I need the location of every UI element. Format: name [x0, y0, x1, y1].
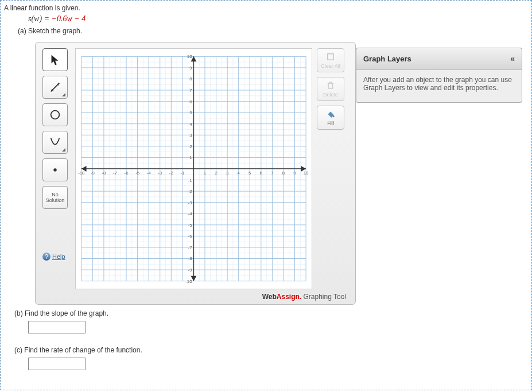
- svg-text:5: 5: [248, 170, 251, 176]
- svg-text:-1: -1: [180, 170, 184, 176]
- line-icon: [49, 81, 61, 94]
- svg-text:10: 10: [304, 170, 309, 176]
- graphing-tool-panel: No Solution ? Help: [35, 42, 356, 305]
- line-tool[interactable]: [42, 76, 68, 99]
- svg-text:-9: -9: [188, 267, 192, 273]
- svg-point-134: [333, 115, 335, 117]
- svg-text:4: 4: [189, 122, 192, 127]
- equation: s(w) = −0.6w − 4: [28, 14, 531, 24]
- equation-rhs: −0.6w − 4: [52, 14, 86, 23]
- help-link[interactable]: ? Help: [42, 253, 65, 261]
- graph-layers-body: After you add an object to the graph you…: [356, 69, 522, 103]
- svg-text:-10: -10: [185, 279, 192, 284]
- help-icon: ?: [42, 253, 51, 261]
- equation-lhs: s(w) =: [28, 14, 52, 23]
- svg-text:1: 1: [189, 155, 192, 160]
- svg-text:8: 8: [282, 170, 285, 176]
- clear-all-label: Clear All: [321, 63, 340, 69]
- rate-input[interactable]: [28, 358, 86, 370]
- no-solution-line1: No: [46, 192, 65, 197]
- graph-layers-title: Graph Layers: [363, 55, 411, 63]
- tool-column: No Solution ? Help: [42, 48, 73, 289]
- svg-text:-3: -3: [158, 170, 162, 176]
- svg-point-3: [51, 111, 60, 119]
- brand-assign: Assign.: [277, 293, 301, 301]
- fill-button[interactable]: Fill: [317, 106, 344, 130]
- svg-text:-1: -1: [188, 178, 192, 183]
- svg-text:2: 2: [215, 170, 217, 176]
- svg-text:-2: -2: [169, 170, 173, 176]
- pointer-tool[interactable]: [42, 48, 68, 71]
- svg-text:3: 3: [226, 170, 228, 176]
- svg-text:-5: -5: [188, 223, 193, 228]
- parabola-tool[interactable]: [42, 131, 68, 154]
- svg-text:-4: -4: [147, 170, 152, 176]
- svg-text:5: 5: [189, 110, 192, 115]
- graph-canvas[interactable]: -10-9-8-7-6-5-4-3-2-112345678910 1098765…: [75, 48, 312, 289]
- svg-text:-6: -6: [125, 170, 129, 176]
- side-button-column: Clear All Delete Fill: [317, 48, 348, 289]
- svg-text:7: 7: [189, 88, 192, 93]
- svg-text:4: 4: [238, 170, 240, 176]
- svg-text:-7: -7: [113, 170, 117, 176]
- clear-all-button[interactable]: Clear All: [317, 48, 344, 72]
- svg-text:-7: -7: [188, 245, 192, 250]
- svg-text:2: 2: [189, 144, 192, 149]
- graph-layers-header[interactable]: Graph Layers «: [356, 48, 522, 69]
- graph-layers-panel: Graph Layers « After you add an object t…: [356, 48, 522, 103]
- svg-text:-9: -9: [91, 170, 95, 176]
- delete-label: Delete: [323, 92, 338, 98]
- svg-text:-3: -3: [188, 200, 192, 205]
- svg-text:7: 7: [271, 170, 273, 176]
- problem-intro: A linear function is given.: [1, 1, 531, 14]
- graph-grid: -10-9-8-7-6-5-4-3-2-112345678910 1098765…: [76, 49, 312, 289]
- part-a-label: (a) Sketch the graph.: [14, 24, 531, 37]
- brand-tool: Graphing Tool: [301, 293, 346, 301]
- fill-label: Fill: [327, 121, 334, 126]
- brand-web: Web: [262, 293, 277, 301]
- svg-text:1: 1: [204, 170, 206, 176]
- svg-text:9: 9: [189, 65, 192, 71]
- svg-text:-4: -4: [188, 211, 193, 216]
- svg-text:8: 8: [189, 76, 192, 81]
- svg-text:-2: -2: [188, 189, 192, 194]
- circle-icon: [49, 108, 61, 121]
- point-tool[interactable]: [42, 158, 68, 181]
- part-b-label: (b) Find the slope of the graph.: [14, 309, 531, 317]
- svg-point-4: [53, 168, 57, 172]
- svg-text:-5: -5: [135, 170, 140, 176]
- svg-text:3: 3: [189, 133, 192, 138]
- no-solution-tool[interactable]: No Solution: [42, 186, 68, 209]
- trash-icon: [325, 80, 336, 91]
- svg-text:6: 6: [260, 170, 262, 176]
- part-c-label: (c) Find the rate of change of the funct…: [14, 346, 531, 354]
- no-solution-line2: Solution: [46, 197, 65, 203]
- parabola-icon: [49, 136, 61, 149]
- collapse-icon[interactable]: «: [510, 54, 515, 63]
- clear-all-icon: [325, 52, 336, 62]
- fill-icon: [325, 109, 336, 119]
- svg-text:9: 9: [293, 170, 296, 176]
- svg-text:6: 6: [189, 99, 192, 104]
- svg-text:-8: -8: [102, 170, 106, 176]
- svg-text:-6: -6: [188, 234, 192, 239]
- svg-text:-8: -8: [188, 256, 192, 261]
- svg-text:-10: -10: [78, 170, 85, 176]
- help-label: Help: [52, 253, 65, 260]
- pointer-icon: [49, 53, 61, 66]
- delete-button[interactable]: Delete: [317, 77, 344, 101]
- brand-footer: WebAssign. Graphing Tool: [42, 289, 348, 301]
- point-icon: [49, 164, 61, 176]
- slope-input[interactable]: [28, 321, 86, 333]
- circle-tool[interactable]: [42, 103, 68, 126]
- svg-rect-133: [328, 54, 334, 60]
- svg-text:10: 10: [187, 54, 192, 59]
